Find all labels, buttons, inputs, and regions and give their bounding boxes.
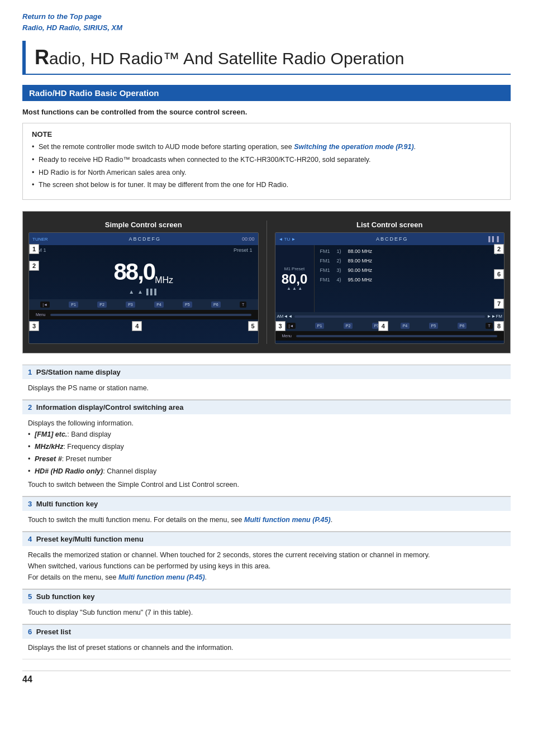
breadcrumb-link-top[interactable]: Return to the Top page bbox=[22, 12, 102, 21]
list-left-icons: ▲ ▲ ▲ bbox=[287, 286, 302, 291]
desc-title-2: Information display/Control switching ar… bbox=[36, 403, 184, 412]
btn-t[interactable]: T bbox=[240, 302, 246, 308]
note-title: NOTE bbox=[32, 130, 501, 138]
list-left-freq: 80,0 bbox=[282, 272, 308, 286]
screens-container: Simple Control screen TUNER ABCDEFG 00:0… bbox=[22, 211, 511, 353]
list-left-band: M1 Preset bbox=[284, 266, 304, 271]
desc-text-4c: For details on the menu, see Multi funct… bbox=[28, 572, 505, 583]
description-section-1: 1 PS/Station name display Displays the P… bbox=[22, 365, 511, 400]
desc-list-item-2-3: Preset #: Preset number bbox=[28, 453, 505, 465]
page-title: Radio, HD Radio™ And Satellite Radio Ope… bbox=[35, 45, 511, 69]
simple-freq-large: 88,0 bbox=[113, 259, 155, 285]
breadcrumb-line1[interactable]: Return to the Top page bbox=[22, 11, 511, 22]
note-item-4: The screen shot below is for tuner. It m… bbox=[32, 180, 501, 190]
list-btn-seek[interactable]: |◄ bbox=[287, 323, 296, 329]
list-signal: ▌▌ ▌ bbox=[488, 236, 501, 242]
intro-text: Most functions can be controlled from th… bbox=[22, 108, 511, 116]
desc-header-3: 3 Multi function key bbox=[22, 496, 511, 511]
list-nav-am[interactable]: AM bbox=[277, 314, 284, 319]
desc-text-4a: Recalls the memorized station or channel… bbox=[28, 549, 505, 561]
desc-list-item-2-4: HD# (HD Radio only): Channel display bbox=[28, 466, 505, 477]
list-row-3[interactable]: FM1 3) 90.00 MHz bbox=[318, 266, 501, 274]
desc-text-3: Touch to switch the multi function menu.… bbox=[28, 514, 505, 525]
list-nav-fm[interactable]: FM bbox=[496, 314, 502, 319]
progress-bar bbox=[50, 314, 251, 316]
desc-num-3: 3 bbox=[28, 500, 34, 508]
badge-4-list: 4 bbox=[378, 321, 388, 331]
note-link-1[interactable]: Switching the operation mode (P.91) bbox=[294, 143, 413, 151]
desc-list-item-2-2: MHz/kHz: Frequency display bbox=[28, 441, 505, 452]
list-top-bar: ◄ TU ► ABCDEFG ▌▌ ▌ bbox=[275, 233, 505, 245]
badge-6: 6 bbox=[494, 269, 504, 279]
description-section-2: 2 Information display/Control switching … bbox=[22, 400, 511, 496]
list-nav-prev[interactable]: ◄◄ bbox=[284, 314, 293, 319]
list-row-2[interactable]: FM1 2) 89.00 MHz bbox=[318, 257, 501, 265]
simple-screen: TUNER ABCDEFG 00:00 FM 1 Preset 1 88,0MH… bbox=[28, 232, 259, 344]
simple-abcdefg: ABCDEFG bbox=[129, 236, 161, 242]
title-capital-r: R bbox=[35, 46, 49, 69]
desc-intro-2: Displays the following information. bbox=[28, 418, 505, 429]
breadcrumb: Return to the Top page Radio, HD Radio, … bbox=[22, 11, 511, 33]
note-box: NOTE Set the remote controller mode swit… bbox=[22, 123, 511, 200]
list-row-4[interactable]: FM1 4) 95.00 MHz bbox=[318, 276, 501, 284]
simple-signal: ▌▌▌ bbox=[146, 289, 158, 295]
btn-p5[interactable]: P5 bbox=[183, 302, 192, 308]
btn-p2[interactable]: P2 bbox=[97, 302, 107, 308]
badge-3-simple: 3 bbox=[29, 321, 39, 331]
desc-link-3[interactable]: Multi function menu (P.45) bbox=[244, 516, 331, 524]
list-right-panel: FM1 1) 88.00 MHz ▌ FM1 2) 89.00 MHz FM1 … bbox=[315, 245, 505, 312]
list-btn-t[interactable]: T bbox=[486, 323, 492, 329]
desc-list-2: [FM1] etc.: Band display MHz/kHz: Freque… bbox=[28, 429, 505, 477]
btn-p3[interactable]: P3 bbox=[126, 302, 135, 308]
simple-menu-bar: Menu bbox=[29, 310, 258, 319]
desc-title-1: PS/Station name display bbox=[36, 368, 121, 376]
list-btn-p2[interactable]: P2 bbox=[344, 323, 353, 329]
btn-p6[interactable]: P6 bbox=[211, 302, 221, 308]
list-nav-next[interactable]: ►► bbox=[487, 314, 496, 319]
desc-text-4b: When switched, various functions can be … bbox=[28, 561, 505, 572]
desc-link-4[interactable]: Multi function menu (P.45) bbox=[118, 573, 205, 581]
badge-7: 7 bbox=[494, 299, 504, 309]
desc-title-6: Preset list bbox=[36, 628, 71, 636]
note-item-3: HD Radio is for North American sales are… bbox=[32, 168, 501, 178]
list-menu-bar: Menu bbox=[275, 331, 505, 341]
list-btn-menu[interactable]: Menu bbox=[280, 333, 294, 339]
desc-num-1: 1 bbox=[28, 368, 32, 376]
description-section-4: 4 Preset key/Multi function menu Recalls… bbox=[22, 532, 511, 589]
icon-triangle-right: ▲ bbox=[137, 289, 143, 295]
list-btn-p4[interactable]: P4 bbox=[401, 323, 410, 329]
breadcrumb-line2[interactable]: Radio, HD Radio, SIRIUS, XM bbox=[22, 22, 511, 34]
simple-screen-label: Simple Control screen bbox=[28, 221, 259, 229]
note-item-2: Ready to receive HD Radio™ broadcasts wh… bbox=[32, 155, 501, 165]
list-btn-p6[interactable]: P6 bbox=[458, 323, 467, 329]
list-screen-label: List Control screen bbox=[275, 221, 505, 229]
list-nav-bar: AM ◄◄ ►► FM bbox=[275, 312, 505, 320]
simple-band-preset: FM 1 Preset 1 bbox=[29, 245, 258, 255]
list-inner-progress bbox=[296, 335, 497, 337]
btn-p1[interactable]: P1 bbox=[69, 302, 78, 308]
page-title-wrapper: Radio, HD Radio™ And Satellite Radio Ope… bbox=[22, 41, 511, 75]
note-item-1: Set the remote controller mode switch to… bbox=[32, 142, 501, 152]
desc-header-2: 2 Information display/Control switching … bbox=[22, 400, 511, 414]
list-row-1[interactable]: FM1 1) 88.00 MHz ▌ bbox=[318, 247, 501, 255]
list-btn-p5[interactable]: P5 bbox=[429, 323, 439, 329]
simple-time: 00:00 bbox=[242, 236, 255, 242]
desc-header-4: 4 Preset key/Multi function menu bbox=[22, 532, 511, 546]
list-btn-p1[interactable]: P1 bbox=[315, 323, 325, 329]
btn-p4[interactable]: P4 bbox=[154, 302, 164, 308]
desc-header-5: 5 Sub function key bbox=[22, 589, 511, 604]
badge-8: 8 bbox=[494, 321, 504, 331]
page-number: 44 bbox=[22, 671, 511, 685]
desc-num-5: 5 bbox=[28, 592, 34, 601]
description-section-5: 5 Sub function key Touch to display "Sub… bbox=[22, 589, 511, 624]
desc-num-6: 6 bbox=[28, 628, 34, 636]
simple-control-section: Simple Control screen TUNER ABCDEFG 00:0… bbox=[28, 221, 259, 344]
btn-seek-left[interactable]: |◄ bbox=[40, 302, 50, 308]
desc-text-1: Displays the PS name or station name. bbox=[28, 382, 505, 394]
simple-bottom-bar: |◄ P1 P2 P3 P4 P5 P6 T bbox=[29, 299, 258, 310]
list-screen: ◄ TU ► ABCDEFG ▌▌ ▌ M1 Preset 80,0 ▲ ▲ ▲… bbox=[275, 232, 505, 344]
desc-body-4: Recalls the memorized station or channel… bbox=[22, 546, 511, 589]
btn-menu[interactable]: Menu bbox=[34, 312, 48, 318]
breadcrumb-link-radio[interactable]: Radio, HD Radio, SIRIUS, XM bbox=[22, 23, 122, 32]
simple-top-bar: TUNER ABCDEFG 00:00 bbox=[29, 233, 258, 245]
